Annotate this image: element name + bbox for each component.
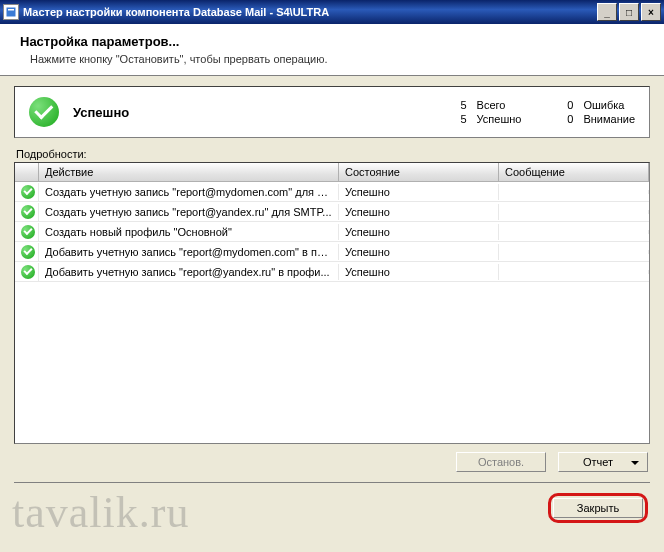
row-state: Успешно (339, 264, 499, 280)
stats-left: 5Всего 5Успешно (451, 99, 522, 125)
details-grid[interactable]: Действие Состояние Сообщение Создать уче… (14, 162, 650, 444)
page-header: Настройка параметров... Нажмите кнопку "… (0, 24, 664, 76)
row-success-icon (15, 263, 39, 281)
row-state: Успешно (339, 204, 499, 220)
row-message (499, 250, 649, 254)
row-action: Создать учетную запись "report@yandex.ru… (39, 204, 339, 220)
minimize-button[interactable]: _ (597, 3, 617, 21)
close-button[interactable]: Закрыть (553, 498, 643, 518)
report-button[interactable]: Отчет (558, 452, 648, 472)
row-action: Создать новый профиль "Основной" (39, 224, 339, 240)
row-success-icon (15, 243, 39, 261)
stop-button: Останов. (456, 452, 546, 472)
row-success-icon (15, 203, 39, 221)
success-icon (29, 97, 59, 127)
grid-header-message[interactable]: Сообщение (499, 163, 649, 181)
page-subtitle: Нажмите кнопку "Остановить", чтобы прерв… (20, 53, 648, 65)
row-state: Успешно (339, 244, 499, 260)
window-titlebar: Мастер настройки компонента Database Mai… (0, 0, 664, 24)
row-message (499, 210, 649, 214)
table-row[interactable]: Создать новый профиль "Основной"Успешно (15, 222, 649, 242)
table-row[interactable]: Создать учетную запись "report@mydomen.c… (15, 182, 649, 202)
grid-header-icon[interactable] (15, 163, 39, 181)
row-message (499, 190, 649, 194)
row-state: Успешно (339, 184, 499, 200)
row-action: Создать учетную запись "report@mydomen.c… (39, 184, 339, 200)
row-action: Добавить учетную запись "report@yandex.r… (39, 264, 339, 280)
grid-header: Действие Состояние Сообщение (15, 163, 649, 182)
summary-panel: Успешно 5Всего 5Успешно 0Ошибка 0Внимани… (14, 86, 650, 138)
page-title: Настройка параметров... (20, 34, 648, 49)
details-label: Подробности: (16, 148, 650, 160)
stats-right: 0Ошибка 0Внимание (557, 99, 635, 125)
grid-header-state[interactable]: Состояние (339, 163, 499, 181)
svg-rect-0 (7, 8, 16, 17)
row-message (499, 230, 649, 234)
row-message (499, 270, 649, 274)
table-row[interactable]: Создать учетную запись "report@yandex.ru… (15, 202, 649, 222)
grid-header-action[interactable]: Действие (39, 163, 339, 181)
table-row[interactable]: Добавить учетную запись "report@yandex.r… (15, 262, 649, 282)
window-title: Мастер настройки компонента Database Mai… (23, 6, 597, 18)
row-state: Успешно (339, 224, 499, 240)
app-icon (3, 4, 19, 20)
row-success-icon (15, 183, 39, 201)
table-row[interactable]: Добавить учетную запись "report@mydomen.… (15, 242, 649, 262)
close-window-button[interactable]: × (641, 3, 661, 21)
summary-status: Успешно (73, 105, 451, 120)
row-success-icon (15, 223, 39, 241)
row-action: Добавить учетную запись "report@mydomen.… (39, 244, 339, 260)
maximize-button[interactable]: □ (619, 3, 639, 21)
svg-rect-1 (8, 9, 14, 11)
close-button-highlight: Закрыть (548, 493, 648, 523)
